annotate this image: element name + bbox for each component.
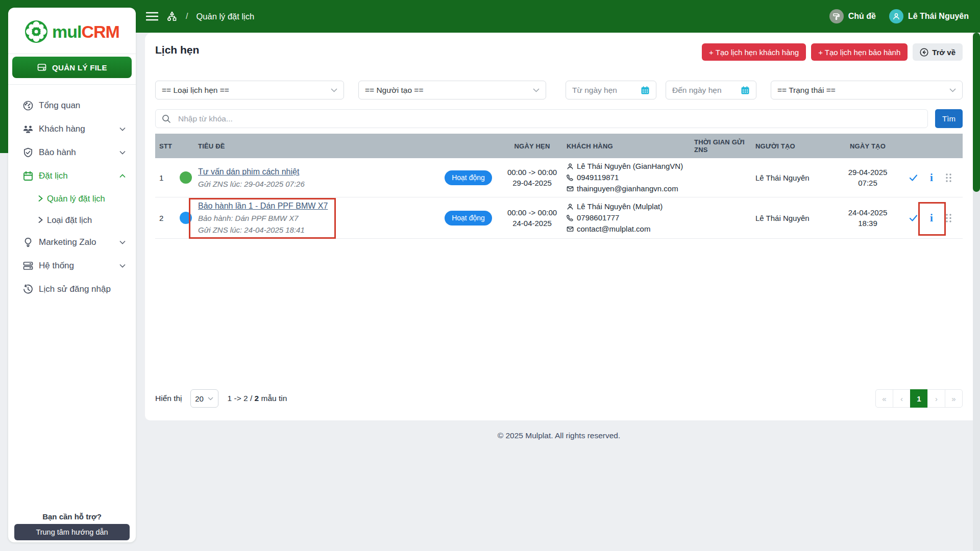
sidebar-item-he-thong[interactable]: Hệ thống [8, 254, 136, 278]
customer-email: thainguyen@gianhangvn.com [577, 183, 678, 194]
page-size-select[interactable]: 20 [190, 389, 218, 408]
filter-status-select[interactable]: == Trạng thái == [771, 81, 963, 99]
user-menu[interactable]: Lê Thái Nguyên [889, 9, 969, 23]
filter-date-from-input[interactable]: Từ ngày hẹn [566, 81, 656, 99]
person-icon [567, 203, 574, 210]
back-button[interactable]: Trở về [913, 43, 963, 61]
pager: « ‹ 1 › » [875, 389, 963, 408]
envelope-icon [567, 226, 574, 233]
confirm-check-icon[interactable] [909, 174, 918, 182]
filter-date-to-input[interactable]: Đến ngày hẹn [666, 81, 756, 99]
chevron-down-icon [208, 397, 213, 400]
create-customer-appointment-button[interactable]: + Tạo lịch hẹn khách hàng [702, 43, 806, 61]
sidebar-item-label: Bảo hành [39, 147, 114, 158]
table-header-row: STT TIÊU ĐỀ NGÀY HẸN KHÁCH HÀNG THỜI GIA… [155, 134, 963, 158]
customer-name: Lê Thái Nguyên (Mulplat) [577, 201, 663, 212]
sidebar-item-label: Marketing Zalo [39, 237, 114, 247]
filter-appointment-type-select[interactable]: == Loại lịch hẹn == [155, 81, 344, 99]
creator-name: Lê Thái Nguyên [755, 213, 837, 223]
sidebar-item-bao-hanh[interactable]: Bảo hành [8, 141, 136, 164]
support-question: Bạn cần hỗ trợ? [8, 512, 136, 521]
info-icon[interactable]: i [930, 213, 933, 223]
hamburger-menu-icon[interactable] [146, 12, 158, 21]
col-header-stt: STT [155, 142, 178, 150]
sidebar-item-marketing-zalo[interactable]: Marketing Zalo [8, 231, 136, 254]
gauge-icon [22, 100, 34, 111]
chevron-down-icon [119, 151, 126, 155]
filter-creator-value: == Người tạo == [365, 86, 533, 95]
customer-name: Lê Thái Nguyên (GianHangVN) [577, 161, 683, 172]
col-header-title: TIÊU ĐỀ [194, 142, 439, 150]
date-to-placeholder: Đến ngày hẹn [672, 86, 741, 95]
sidebar-item-tong-quan[interactable]: Tổng quan [8, 94, 136, 117]
appointment-title-link[interactable]: Bảo hành lần 1 - Dán PPF BMW X7 [198, 202, 328, 210]
chevron-down-icon [119, 127, 126, 131]
drag-grid-icon[interactable] [945, 213, 952, 223]
pager-next-button[interactable]: › [927, 389, 945, 408]
status-dot [180, 212, 192, 224]
created-time: 18:39 [837, 218, 898, 229]
col-header-appointment-date: NGÀY HẸN [498, 142, 567, 150]
info-icon[interactable]: i [930, 172, 933, 183]
appointment-subtitle: Gửi ZNS lúc: 29-04-2025 07:26 [198, 180, 439, 188]
sitemap-icon[interactable] [166, 11, 178, 22]
filter-status-value: == Trạng thái == [777, 86, 949, 95]
breadcrumb[interactable]: Quản lý đặt lịch [196, 12, 254, 21]
logo-icon [24, 20, 48, 43]
theme-switcher[interactable]: Chủ đề [829, 9, 876, 23]
breadcrumb-separator: / [186, 12, 188, 21]
created-date: 29-04-2025 [837, 167, 898, 178]
created-time: 07:25 [837, 178, 898, 188]
col-header-zns-time: THỜI GIAN GỬI ZNS [694, 138, 755, 154]
filter-type-value: == Loại lịch hẹn == [162, 86, 331, 95]
row-stt: 1 [155, 172, 178, 183]
sidebar-item-label: Tổng quan [39, 101, 126, 111]
sidebar-item-khach-hang[interactable]: Khách hàng [8, 117, 136, 141]
sidebar-item-label: Đặt lịch [39, 171, 114, 181]
calendar-icon [741, 86, 750, 95]
logo-text-mul: mul [52, 22, 81, 41]
sidebar-item-label: Lịch sử đăng nhập [39, 284, 126, 294]
search-input[interactable] [177, 114, 921, 124]
sidebar-item-lich-su-dang-nhap[interactable]: Lịch sử đăng nhập [8, 278, 136, 301]
logo[interactable]: mulCRM [8, 20, 136, 43]
scrollbar-thumb[interactable] [973, 33, 980, 192]
chevron-down-icon [119, 264, 126, 268]
file-manager-label: QUẢN LÝ FILE [52, 63, 107, 72]
confirm-check-icon[interactable] [909, 214, 918, 222]
pager-page-1-button[interactable]: 1 [910, 389, 928, 408]
sidebar-item-label: Hệ thống [39, 261, 114, 271]
lightbulb-icon [22, 237, 34, 248]
chevron-right-icon [38, 217, 43, 223]
drag-grid-icon[interactable] [945, 173, 952, 183]
chevron-down-icon [949, 88, 956, 92]
sidebar-subitem-label: Loại đặt lịch [47, 215, 92, 225]
pager-first-button[interactable]: « [875, 389, 893, 408]
sidebar-subitem-quan-ly-dat-lich[interactable]: Quản lý đặt lịch [8, 188, 136, 209]
filter-creator-select[interactable]: == Người tạo == [358, 81, 546, 99]
pager-last-button[interactable]: » [945, 389, 963, 408]
pager-prev-button[interactable]: ‹ [893, 389, 911, 408]
status-badge: Hoạt động [445, 211, 492, 226]
chevron-up-icon [119, 174, 126, 178]
pagination-bar: Hiển thị 20 1 -> 2 / 2 mẫu tin « ‹ 1 › » [155, 388, 963, 409]
customer-phone: 0798601777 [577, 212, 619, 223]
appointment-title-link[interactable]: Tư vấn dán phim cách nhiệt [198, 167, 299, 176]
search-button[interactable]: Tìm [935, 109, 963, 128]
file-manager-button[interactable]: QUẢN LÝ FILE [12, 57, 132, 78]
appointment-subtitle: Gửi ZNS lúc: 24-04-2025 18:41 [198, 226, 439, 234]
create-warranty-appointment-button[interactable]: + Tạo lịch hẹn bảo hành [811, 43, 908, 61]
guide-center-button[interactable]: Trung tâm hướng dẫn [14, 524, 130, 540]
divider [8, 54, 136, 54]
history-icon [22, 284, 34, 295]
calendar-icon [641, 86, 650, 95]
appointment-time-range: 00:00 -> 00:00 [498, 167, 567, 178]
left-edge-strip [0, 0, 8, 153]
sidebar-item-dat-lich[interactable]: Đặt lịch [8, 164, 136, 188]
status-dot [180, 171, 192, 184]
paint-roller-icon [829, 9, 844, 23]
sidebar: mulCRM QUẢN LÝ FILE Tổng quan Khách hàng [8, 8, 136, 542]
sidebar-subitem-loai-dat-lich[interactable]: Loại đặt lịch [8, 209, 136, 231]
col-header-creator: NGƯỜI TẠO [755, 142, 837, 150]
creator-name: Lê Thái Nguyên [755, 172, 837, 183]
